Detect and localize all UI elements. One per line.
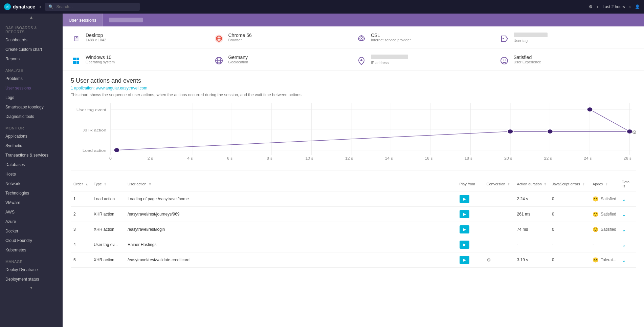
sidebar-item-dashboards[interactable]: Dashboards [0, 35, 63, 45]
sidebar-item-cloud-foundry[interactable]: Cloud Foundry [0, 236, 63, 245]
sidebar-item-transactions-services[interactable]: Transactions & services [0, 150, 63, 160]
sidebar-item-technologies[interactable]: Technologies [0, 188, 63, 198]
cell-play[interactable] [457, 191, 484, 207]
th-action[interactable]: User action ⇕ [125, 177, 457, 191]
filter-icon[interactable]: ⚙ [589, 4, 593, 9]
back-button[interactable]: ‹ [39, 4, 41, 10]
chart-point-3[interactable] [547, 129, 553, 134]
sidebar-item-create-custom-chart[interactable]: Create custom chart [0, 45, 63, 54]
cell-details[interactable]: ⌄ [619, 222, 636, 237]
cell-type: XHR action [91, 222, 125, 237]
th-apdex[interactable]: Apdex ⇕ [590, 177, 619, 191]
info-item-user-tag: User tag [499, 33, 636, 44]
cell-order: 1 [71, 191, 91, 207]
cell-type: XHR action [91, 252, 125, 268]
time-range-label[interactable]: Last 2 hours [603, 4, 625, 9]
cell-play[interactable] [457, 222, 484, 237]
tab-user-sessions[interactable]: User sessions [63, 14, 103, 26]
sidebar-item-vmware[interactable]: VMware [0, 198, 63, 207]
expand-icon[interactable]: ⌄ [622, 242, 626, 248]
sidebar-scroll-down[interactable]: ▼ [0, 284, 63, 291]
play-button[interactable] [460, 195, 469, 203]
sort-js-icon: ⇕ [582, 182, 585, 186]
svg-text:⚙: ⚙ [632, 130, 636, 135]
th-order[interactable]: Order ▲ [71, 177, 91, 191]
svg-text:8 s: 8 s [267, 157, 272, 160]
logo: d dynatrace [4, 3, 35, 10]
chart-point-4[interactable] [587, 107, 593, 112]
os-icon [71, 55, 82, 66]
next-button[interactable]: › [629, 4, 631, 10]
th-type[interactable]: Type ⇕ [91, 177, 125, 191]
isp-value: CSL [371, 33, 411, 38]
sidebar-item-synthetic[interactable]: Synthetic [0, 141, 63, 150]
sidebar-scroll-up[interactable]: ▲ [0, 14, 63, 21]
expand-icon[interactable]: ⌄ [622, 257, 626, 263]
sidebar-item-reports[interactable]: Reports [0, 54, 63, 64]
isp-label: Internet service provider [371, 38, 411, 42]
ip-redacted [371, 55, 408, 59]
sidebar-item-databases[interactable]: Databases [0, 160, 63, 169]
ux-icon [499, 55, 510, 66]
th-conversion[interactable]: Conversion ⇕ [484, 177, 514, 191]
svg-text:16 s: 16 s [425, 157, 433, 160]
actions-table: Order ▲ Type ⇕ User action ⇕ Play from C… [71, 177, 636, 268]
cell-action: Loading of page /easytravel/home [125, 191, 457, 207]
cell-details[interactable]: ⌄ [619, 252, 636, 268]
sidebar-item-azure[interactable]: Azure [0, 217, 63, 226]
prev-button[interactable]: ‹ [597, 4, 598, 10]
os-value: Windows 10 [86, 55, 115, 60]
sidebar-item-smartscape-topology[interactable]: Smartscape topology [0, 102, 63, 112]
chart-point-2[interactable] [507, 129, 513, 134]
sidebar-item-label: AWS [5, 210, 15, 214]
sidebar-item-kubernetes[interactable]: Kubernetes [0, 245, 63, 255]
sidebar-item-hosts[interactable]: Hosts [0, 169, 63, 179]
sort-dur-icon: ⇕ [544, 182, 547, 186]
cell-duration: 261 ms [514, 207, 549, 222]
sidebar-item-label: Docker [5, 229, 18, 233]
search-input[interactable] [56, 4, 136, 9]
cell-details[interactable]: ⌄ [619, 191, 636, 207]
play-button[interactable] [460, 225, 469, 233]
info-item-desktop: 🖥 Desktop 1488 x 1042 [71, 33, 208, 44]
cell-details[interactable]: ⌄ [619, 237, 636, 252]
cell-details[interactable]: ⌄ [619, 207, 636, 222]
expand-icon[interactable]: ⌄ [622, 227, 626, 232]
geo-icon [214, 55, 224, 66]
main-layout: ▲ Dashboards & reports Dashboards Create… [0, 14, 644, 327]
app-link[interactable]: www.angular.easytravel.com [96, 86, 147, 90]
cell-play[interactable] [457, 207, 484, 222]
cell-order: 2 [71, 207, 91, 222]
th-play: Play from [457, 177, 484, 191]
chart-point-1[interactable] [114, 148, 119, 152]
sidebar-item-deploy-dynatrace[interactable]: Deploy Dynatrace [0, 265, 63, 274]
sidebar-item-label: Create custom chart [5, 47, 42, 52]
sidebar-item-deployment-status[interactable]: Deployment status [0, 274, 63, 284]
cell-play[interactable] [457, 237, 484, 252]
sidebar-item-logs[interactable]: Logs [0, 93, 63, 102]
sidebar-item-user-sessions[interactable]: User sessions [0, 83, 63, 93]
play-button[interactable] [460, 210, 469, 218]
user-tag-label: User tag [514, 39, 548, 43]
sidebar-item-docker[interactable]: Docker [0, 226, 63, 236]
user-icon[interactable]: 👤 [635, 4, 640, 9]
expand-icon[interactable]: ⌄ [622, 211, 626, 217]
info-text-ip: IP address [371, 55, 408, 65]
sidebar-item-diagnostic-tools[interactable]: Diagnostic tools [0, 112, 63, 121]
th-js-errors[interactable]: JavaScript errors ⇕ [549, 177, 590, 191]
cell-play[interactable] [457, 252, 484, 268]
sidebar-item-applications[interactable]: Applications [0, 131, 63, 141]
play-button[interactable] [460, 241, 469, 249]
tab-redacted[interactable] [103, 14, 149, 26]
play-button[interactable] [460, 256, 469, 264]
expand-icon[interactable]: ⌄ [622, 196, 626, 202]
search-bar[interactable]: 🔍 [45, 3, 140, 11]
sidebar-item-problems[interactable]: Problems [0, 74, 63, 83]
info-item-geo: Germany Geolocation [214, 55, 351, 66]
svg-text:Load action: Load action [83, 148, 106, 152]
sidebar-item-aws[interactable]: AWS [0, 207, 63, 217]
chart-area: User tag event XHR action Load action [71, 103, 636, 170]
th-duration[interactable]: Action duration ⇕ [514, 177, 549, 191]
sidebar-item-network[interactable]: Network [0, 179, 63, 188]
sidebar-section-analyze-label: Analyze [0, 64, 63, 74]
